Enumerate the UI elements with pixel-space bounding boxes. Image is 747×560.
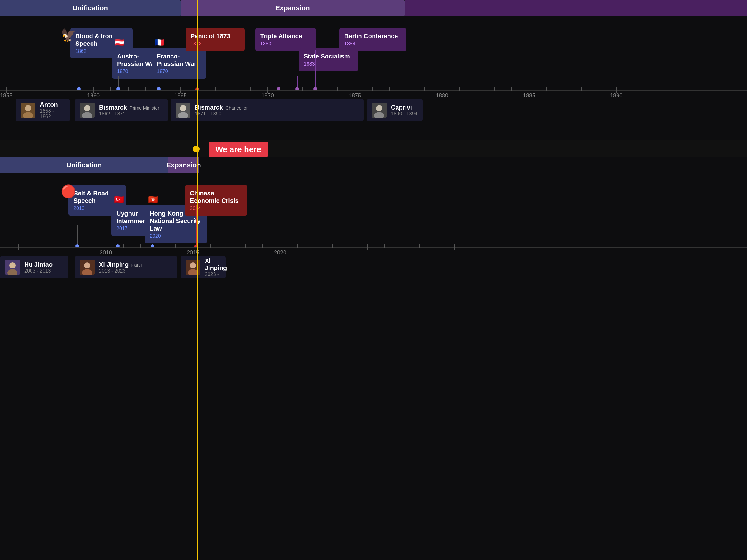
- top-ruler: 1855 1860 1865 1870 1875 1880 1885: [0, 85, 747, 98]
- we-are-here-dot: [193, 145, 200, 153]
- leader-xi-pt2: Xi Jinping 2023 -: [181, 256, 226, 278]
- leader-xi-pt2-name: Xi Jinping: [205, 257, 227, 272]
- tick-bm3: [158, 244, 158, 248]
- leader-anton: Anton 1858 - 1862: [16, 99, 70, 121]
- leader-bismarck-ch-years: 1871 - 1890: [195, 111, 248, 117]
- label-1890: 1890: [610, 92, 622, 99]
- triple-alliance-card[interactable]: Triple Alliance 1883: [255, 28, 316, 51]
- tick-m19: [494, 87, 495, 91]
- berlin-conference-title: Berlin Conference: [344, 32, 401, 40]
- leader-xi-pt1-years: 2013 - 2023: [99, 268, 142, 274]
- ruler-line-top: [0, 90, 747, 91]
- connector-triple: [279, 50, 279, 88]
- state-socialism-year: 1883: [304, 61, 353, 67]
- tick-m10: [302, 87, 303, 91]
- leader-bismarck-ch-name: Bismarck: [195, 104, 223, 111]
- tick-bm12: [350, 244, 350, 248]
- avatar-xi-pt1: [80, 260, 95, 275]
- austria-flag: 🇦🇹: [112, 37, 127, 47]
- tick-bm2: [140, 244, 141, 248]
- leader-bismarck-pm-name: Bismarck: [99, 104, 127, 111]
- era-unification-bottom[interactable]: Unification: [0, 157, 168, 173]
- tick-m15: [407, 87, 407, 91]
- tick-bm13: [384, 244, 385, 248]
- svg-point-7: [180, 105, 186, 111]
- era-unification-top[interactable]: Unification: [0, 0, 181, 16]
- leader-xi-pt2-years: 2023 -: [205, 272, 227, 277]
- tick-bm10: [315, 244, 315, 248]
- connector-blood-iron: [79, 68, 79, 88]
- state-socialism-title: State Socialism: [304, 53, 353, 60]
- tick-bm6: [228, 244, 228, 248]
- franco-prussian-title: Franco-Prussian War: [157, 53, 201, 68]
- hk-flag: 🇭🇰: [146, 194, 161, 205]
- svg-point-1: [25, 105, 31, 111]
- current-time-line: [197, 0, 198, 560]
- svg-point-19: [190, 262, 196, 268]
- tick-m18: [476, 87, 477, 91]
- chinese-crisis-card[interactable]: Chinese Economic Crisis 2024: [185, 185, 247, 216]
- tick-bm5: [210, 244, 211, 248]
- label-1855: 1855: [0, 92, 12, 99]
- ruler-line-bottom: [0, 247, 747, 248]
- leader-hu-years: 2003 - 2013: [24, 268, 53, 274]
- leader-caprivi: Caprivi 1890 - 1894: [367, 99, 423, 121]
- tick-bm16: [437, 244, 437, 248]
- leader-bismarck-ch: Bismarck Chancellor 1871 - 1890: [171, 99, 364, 121]
- panic-1873-card[interactable]: Panic of 1873 1873: [185, 28, 244, 51]
- connector-belt-road: [77, 225, 78, 245]
- era-unification-bottom-label: Unification: [66, 161, 102, 169]
- svg-point-4: [84, 105, 90, 111]
- avatar-hu-jintao: [5, 260, 20, 275]
- tick-m4: [163, 87, 163, 91]
- tick-m12: [337, 87, 338, 91]
- tick-m13: [372, 87, 372, 91]
- avatar-bismarck-pm: [80, 103, 95, 117]
- we-are-here-badge: We are here: [209, 141, 268, 157]
- triple-alliance-year: 1883: [260, 41, 311, 47]
- leader-caprivi-years: 1890 - 1894: [391, 111, 417, 117]
- era-expansion-bottom[interactable]: Expansion: [168, 157, 199, 173]
- tick-2030b: [454, 244, 455, 250]
- tick-m22: [564, 87, 564, 91]
- leader-hu-name: Hu Jintao: [24, 261, 53, 268]
- leader-xi-pt1-name: Xi Jinping: [99, 261, 129, 268]
- tick-m3: [145, 87, 146, 91]
- franco-prussian-year: 1870: [157, 69, 201, 74]
- era-expansion-top[interactable]: Expansion: [181, 0, 405, 16]
- berlin-conference-card[interactable]: Berlin Conference 1884: [339, 28, 406, 51]
- leader-bismarck-ch-title: Chancellor: [225, 105, 248, 110]
- avatar-xi-pt2: [185, 260, 201, 275]
- avatar-anton: [21, 103, 35, 117]
- label-1875: 1875: [349, 92, 361, 99]
- svg-point-13: [9, 262, 16, 268]
- tick-m7: [232, 87, 233, 91]
- tick-bm7: [245, 244, 246, 248]
- bottom-ruler: 2010 2015 2020: [0, 243, 747, 255]
- label-1885: 1885: [523, 92, 535, 99]
- tick-m8: [250, 87, 251, 91]
- leader-bismarck-pm: Bismarck Prime Minister 1862 - 1871: [75, 99, 168, 121]
- france-flag: 🇫🇷: [152, 37, 167, 47]
- tick-m6: [215, 87, 216, 91]
- leader-bismarck-pm-title: Prime Minister: [129, 105, 159, 110]
- state-socialism-card[interactable]: State Socialism 1883: [299, 48, 358, 71]
- hk-security-year: 2020: [150, 233, 202, 239]
- label-1870: 1870: [261, 92, 274, 99]
- tick-m21: [546, 87, 547, 91]
- leader-anton-years: 1858 - 1862: [40, 108, 65, 119]
- triple-alliance-title: Triple Alliance: [260, 32, 311, 40]
- leader-caprivi-name: Caprivi: [391, 104, 417, 111]
- tick-m23: [581, 87, 582, 91]
- bottom-section: Unification Expansion 🔴 Belt & Road Spee…: [0, 157, 747, 560]
- tick-m1: [110, 87, 111, 91]
- leader-xi-pt1-title: Part I: [131, 262, 143, 268]
- connector-berlin: [315, 50, 316, 88]
- label-1880: 1880: [436, 92, 448, 99]
- tick-bm15: [419, 244, 420, 248]
- tick-2005b: [18, 244, 19, 250]
- tick-m14: [389, 87, 390, 91]
- leader-bismarck-pm-years: 1862 - 1871: [99, 111, 159, 117]
- franco-prussian-card[interactable]: Franco-Prussian War 1870: [152, 48, 206, 79]
- tick-bm9: [297, 244, 298, 248]
